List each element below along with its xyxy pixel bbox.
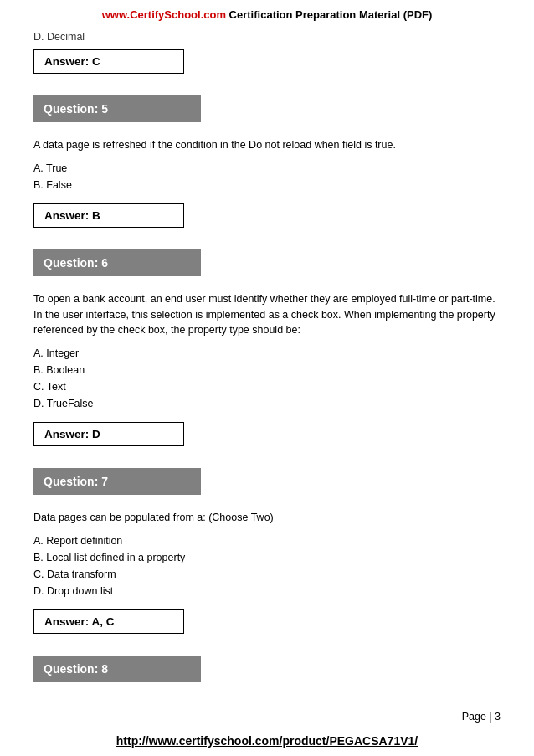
content-area: D. Decimal Answer: C Question: 5 A data … (0, 28, 534, 691)
question-7-header: Question: 7 (33, 468, 201, 495)
question-6-body: To open a bank account, an end user must… (33, 291, 501, 338)
q7-option-b: B. Local list defined in a property (33, 549, 501, 566)
answer-box-q7: Answer: A, C (33, 609, 184, 634)
q7-option-d: D. Drop down list (33, 583, 501, 599)
q6-option-b: B. Boolean (33, 362, 501, 378)
question-6-options: A. Integer B. Boolean C. Text D. TrueFal… (33, 345, 501, 412)
header-text: www.CertifySchool.com Certification Prep… (102, 8, 433, 21)
question-7-options: A. Report definition B. Local list defin… (33, 532, 501, 599)
q5-option-a: A. True (33, 160, 501, 177)
q7-option-c: C. Data transform (33, 566, 501, 583)
q7-option-a: A. Report definition (33, 532, 501, 549)
question-7-body: Data pages can be populated from a: (Cho… (33, 510, 501, 526)
header-rest: Certification Preparation Material (PDF) (226, 8, 432, 21)
prev-option-d: D. Decimal (33, 31, 501, 43)
question-8-header: Question: 8 (33, 656, 201, 682)
question-5-body: A data page is refreshed if the conditio… (33, 137, 501, 153)
q6-option-c: C. Text (33, 378, 501, 395)
question-5-options: A. True B. False (33, 160, 501, 193)
brand-link[interactable]: www.CertifySchool.com (102, 8, 226, 21)
q6-option-a: A. Integer (33, 345, 501, 362)
answer-box-q6: Answer: D (33, 422, 184, 446)
page-number: Page | 3 (462, 711, 501, 723)
question-6-header: Question: 6 (33, 249, 201, 276)
question-5-header: Question: 5 (33, 95, 201, 122)
page: www.CertifySchool.com Certification Prep… (0, 0, 534, 756)
answer-box-q4: Answer: C (33, 49, 184, 74)
answer-box-q5: Answer: B (33, 203, 184, 228)
footer-link[interactable]: http://www.certifyschool.com/product/PEG… (0, 734, 534, 748)
header: www.CertifySchool.com Certification Prep… (0, 0, 534, 28)
q5-option-b: B. False (33, 177, 501, 193)
q6-option-d: D. TrueFalse (33, 395, 501, 412)
